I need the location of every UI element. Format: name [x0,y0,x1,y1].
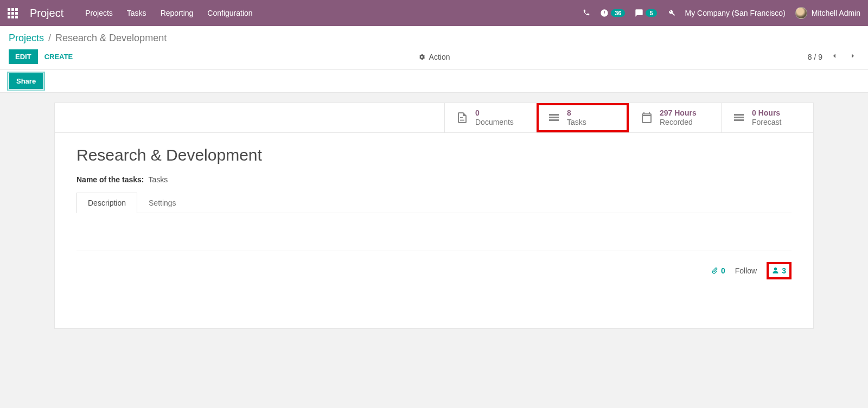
calendar-icon [640,111,653,124]
paperclip-icon [711,267,718,275]
control-panel: Projects / Research & Development Edit C… [0,26,868,70]
tools-icon[interactable] [667,8,675,18]
messages-count: 5 [646,9,656,17]
main-navbar: Project Projects Tasks Reporting Configu… [0,0,868,26]
breadcrumb-current: Research & Development [55,33,167,44]
activities-count: 36 [611,9,625,17]
stat-recorded[interactable]: 297 Hours Recorded [629,103,721,132]
username: Mitchell Admin [812,9,860,17]
stat-documents-label: Documents [475,118,514,127]
tasks-icon [547,111,560,124]
breadcrumb: Projects / Research & Development [9,33,859,44]
form-sheet: 0 Documents 8 Tasks 297 Hours Recorded [54,103,814,329]
breadcrumb-sep: / [48,33,51,44]
stat-documents-value: 0 [475,109,514,118]
tab-settings[interactable]: Settings [137,193,188,213]
pager-prev[interactable] [828,49,841,64]
avatar [795,7,807,19]
attachments-button[interactable]: 0 [711,266,725,275]
stat-forecast[interactable]: 0 Hours Forecast [721,103,813,132]
task-name-value: Tasks [148,175,168,184]
task-name-label: Name of the tasks: [76,175,144,184]
nav-link-reporting[interactable]: Reporting [161,9,194,17]
follow-row: 0 Follow 3 [55,262,813,296]
stat-forecast-label: Forecast [752,118,781,127]
stat-tasks-label: Tasks [567,118,586,127]
gear-icon [418,53,426,61]
tab-description[interactable]: Description [76,193,137,213]
nav-link-tasks[interactable]: Tasks [127,9,146,17]
file-icon [456,111,469,124]
tab-content [76,229,792,251]
pager: 8 / 9 [808,49,859,64]
activities-badge[interactable]: 36 [600,9,625,17]
pager-position: 8 / 9 [808,53,822,61]
chevron-right-icon [848,52,857,60]
followers-button[interactable]: 3 [767,262,792,279]
action-dropdown[interactable]: Action [418,53,450,61]
nav-links: Projects Tasks Reporting Configuration [85,9,252,17]
share-button[interactable]: Share [9,73,43,89]
stat-forecast-value: 0 Hours [752,109,781,118]
stat-documents[interactable]: 0 Documents [444,103,537,132]
stat-buttons: 0 Documents 8 Tasks 297 Hours Recorded [55,103,813,133]
apps-icon[interactable] [8,8,18,18]
phone-icon[interactable] [583,9,590,18]
status-bar: Share [0,70,868,93]
record-title: Research & Development [76,146,792,164]
action-label: Action [429,53,450,61]
chevron-left-icon [830,52,839,60]
user-menu[interactable]: Mitchell Admin [795,7,860,19]
create-button[interactable]: Create [38,49,79,64]
edit-button[interactable]: Edit [9,49,38,64]
pager-next[interactable] [846,49,859,64]
followers-count: 3 [782,266,786,275]
stat-recorded-label: Recorded [660,118,697,127]
person-icon [772,267,779,274]
breadcrumb-root[interactable]: Projects [9,33,44,44]
nav-right: 36 5 My Company (San Francisco) Mitchell… [583,7,860,19]
forecast-icon [732,111,745,124]
stat-recorded-value: 297 Hours [660,109,697,118]
follow-button[interactable]: Follow [735,266,757,275]
tabs: Description Settings [76,193,792,213]
nav-link-configuration[interactable]: Configuration [207,9,252,17]
messages-badge[interactable]: 5 [635,9,656,17]
app-title[interactable]: Project [30,7,63,20]
stat-tasks-value: 8 [567,109,586,118]
attachments-count: 0 [721,266,725,275]
nav-link-projects[interactable]: Projects [85,9,113,17]
company-selector[interactable]: My Company (San Francisco) [685,9,786,17]
stat-tasks[interactable]: 8 Tasks [537,103,629,132]
